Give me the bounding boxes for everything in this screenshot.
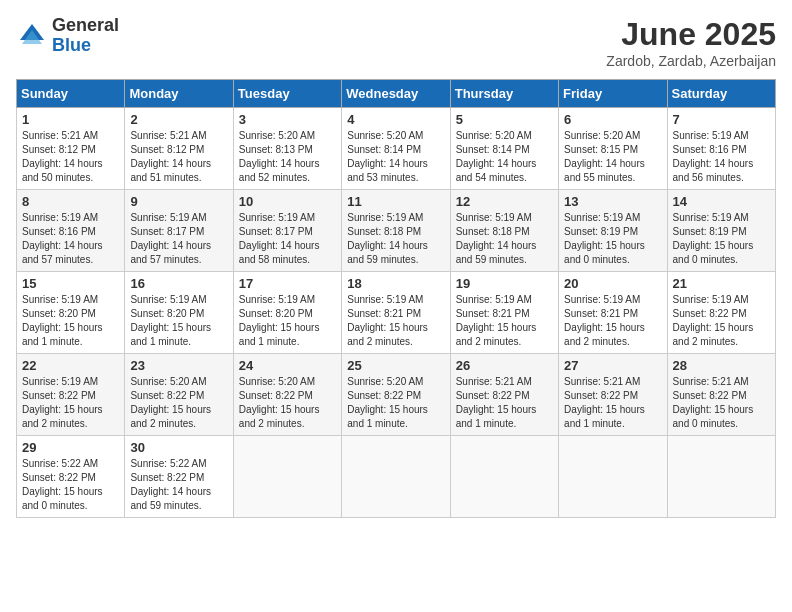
table-row: 4Sunrise: 5:20 AMSunset: 8:14 PMDaylight… bbox=[342, 108, 450, 190]
day-info: Sunrise: 5:20 AMSunset: 8:22 PMDaylight:… bbox=[239, 375, 336, 431]
calendar: Sunday Monday Tuesday Wednesday Thursday… bbox=[16, 79, 776, 518]
daylight-info: Daylight: 15 hours and 1 minute. bbox=[564, 404, 645, 429]
daylight-info: Daylight: 14 hours and 52 minutes. bbox=[239, 158, 320, 183]
sunrise-info: Sunrise: 5:19 AM bbox=[564, 294, 640, 305]
daylight-info: Daylight: 14 hours and 53 minutes. bbox=[347, 158, 428, 183]
sunset-info: Sunset: 8:22 PM bbox=[673, 308, 747, 319]
daylight-info: Daylight: 15 hours and 1 minute. bbox=[22, 322, 103, 347]
table-row: 7Sunrise: 5:19 AMSunset: 8:16 PMDaylight… bbox=[667, 108, 775, 190]
table-row bbox=[559, 436, 667, 518]
sunset-info: Sunset: 8:21 PM bbox=[564, 308, 638, 319]
sunset-info: Sunset: 8:22 PM bbox=[130, 472, 204, 483]
sunset-info: Sunset: 8:12 PM bbox=[22, 144, 96, 155]
table-row: 12Sunrise: 5:19 AMSunset: 8:18 PMDayligh… bbox=[450, 190, 558, 272]
table-row bbox=[342, 436, 450, 518]
day-number: 24 bbox=[239, 358, 336, 373]
sunset-info: Sunset: 8:22 PM bbox=[564, 390, 638, 401]
day-number: 7 bbox=[673, 112, 770, 127]
col-monday: Monday bbox=[125, 80, 233, 108]
sunrise-info: Sunrise: 5:20 AM bbox=[239, 130, 315, 141]
day-number: 17 bbox=[239, 276, 336, 291]
table-row bbox=[667, 436, 775, 518]
table-row: 14Sunrise: 5:19 AMSunset: 8:19 PMDayligh… bbox=[667, 190, 775, 272]
sunrise-info: Sunrise: 5:21 AM bbox=[673, 376, 749, 387]
day-info: Sunrise: 5:19 AMSunset: 8:21 PMDaylight:… bbox=[456, 293, 553, 349]
table-row: 20Sunrise: 5:19 AMSunset: 8:21 PMDayligh… bbox=[559, 272, 667, 354]
daylight-info: Daylight: 14 hours and 57 minutes. bbox=[22, 240, 103, 265]
table-row: 22Sunrise: 5:19 AMSunset: 8:22 PMDayligh… bbox=[17, 354, 125, 436]
day-number: 2 bbox=[130, 112, 227, 127]
sunset-info: Sunset: 8:13 PM bbox=[239, 144, 313, 155]
day-info: Sunrise: 5:20 AMSunset: 8:14 PMDaylight:… bbox=[456, 129, 553, 185]
sunrise-info: Sunrise: 5:19 AM bbox=[673, 212, 749, 223]
calendar-week-row: 15Sunrise: 5:19 AMSunset: 8:20 PMDayligh… bbox=[17, 272, 776, 354]
table-row: 23Sunrise: 5:20 AMSunset: 8:22 PMDayligh… bbox=[125, 354, 233, 436]
sunset-info: Sunset: 8:16 PM bbox=[22, 226, 96, 237]
sunrise-info: Sunrise: 5:20 AM bbox=[564, 130, 640, 141]
sunrise-info: Sunrise: 5:19 AM bbox=[564, 212, 640, 223]
sunrise-info: Sunrise: 5:21 AM bbox=[564, 376, 640, 387]
day-number: 15 bbox=[22, 276, 119, 291]
table-row bbox=[233, 436, 341, 518]
logo-blue-text: Blue bbox=[52, 36, 119, 56]
day-number: 27 bbox=[564, 358, 661, 373]
calendar-header-row: Sunday Monday Tuesday Wednesday Thursday… bbox=[17, 80, 776, 108]
day-number: 20 bbox=[564, 276, 661, 291]
sunrise-info: Sunrise: 5:19 AM bbox=[22, 294, 98, 305]
sunset-info: Sunset: 8:22 PM bbox=[347, 390, 421, 401]
sunrise-info: Sunrise: 5:19 AM bbox=[456, 212, 532, 223]
sunrise-info: Sunrise: 5:19 AM bbox=[456, 294, 532, 305]
sunset-info: Sunset: 8:12 PM bbox=[130, 144, 204, 155]
day-number: 3 bbox=[239, 112, 336, 127]
day-info: Sunrise: 5:19 AMSunset: 8:18 PMDaylight:… bbox=[456, 211, 553, 267]
table-row: 9Sunrise: 5:19 AMSunset: 8:17 PMDaylight… bbox=[125, 190, 233, 272]
daylight-info: Daylight: 14 hours and 54 minutes. bbox=[456, 158, 537, 183]
day-number: 19 bbox=[456, 276, 553, 291]
col-sunday: Sunday bbox=[17, 80, 125, 108]
day-number: 1 bbox=[22, 112, 119, 127]
day-info: Sunrise: 5:19 AMSunset: 8:20 PMDaylight:… bbox=[239, 293, 336, 349]
day-info: Sunrise: 5:19 AMSunset: 8:18 PMDaylight:… bbox=[347, 211, 444, 267]
table-row bbox=[450, 436, 558, 518]
day-info: Sunrise: 5:19 AMSunset: 8:22 PMDaylight:… bbox=[22, 375, 119, 431]
day-info: Sunrise: 5:21 AMSunset: 8:22 PMDaylight:… bbox=[456, 375, 553, 431]
day-info: Sunrise: 5:21 AMSunset: 8:22 PMDaylight:… bbox=[673, 375, 770, 431]
daylight-info: Daylight: 15 hours and 2 minutes. bbox=[673, 322, 754, 347]
sunset-info: Sunset: 8:22 PM bbox=[456, 390, 530, 401]
sunset-info: Sunset: 8:18 PM bbox=[456, 226, 530, 237]
day-number: 13 bbox=[564, 194, 661, 209]
sunset-info: Sunset: 8:20 PM bbox=[239, 308, 313, 319]
day-number: 25 bbox=[347, 358, 444, 373]
day-info: Sunrise: 5:19 AMSunset: 8:21 PMDaylight:… bbox=[347, 293, 444, 349]
table-row: 1Sunrise: 5:21 AMSunset: 8:12 PMDaylight… bbox=[17, 108, 125, 190]
sunrise-info: Sunrise: 5:19 AM bbox=[239, 294, 315, 305]
daylight-info: Daylight: 15 hours and 0 minutes. bbox=[673, 240, 754, 265]
daylight-info: Daylight: 14 hours and 59 minutes. bbox=[347, 240, 428, 265]
table-row: 2Sunrise: 5:21 AMSunset: 8:12 PMDaylight… bbox=[125, 108, 233, 190]
header: General Blue June 2025 Zardob, Zardab, A… bbox=[16, 16, 776, 69]
logo: General Blue bbox=[16, 16, 119, 56]
day-number: 26 bbox=[456, 358, 553, 373]
day-number: 16 bbox=[130, 276, 227, 291]
table-row: 24Sunrise: 5:20 AMSunset: 8:22 PMDayligh… bbox=[233, 354, 341, 436]
sunset-info: Sunset: 8:14 PM bbox=[347, 144, 421, 155]
sunset-info: Sunset: 8:21 PM bbox=[347, 308, 421, 319]
sunrise-info: Sunrise: 5:19 AM bbox=[22, 376, 98, 387]
day-info: Sunrise: 5:19 AMSunset: 8:16 PMDaylight:… bbox=[673, 129, 770, 185]
col-friday: Friday bbox=[559, 80, 667, 108]
day-number: 12 bbox=[456, 194, 553, 209]
daylight-info: Daylight: 14 hours and 57 minutes. bbox=[130, 240, 211, 265]
daylight-info: Daylight: 15 hours and 2 minutes. bbox=[564, 322, 645, 347]
sunrise-info: Sunrise: 5:20 AM bbox=[130, 376, 206, 387]
sunset-info: Sunset: 8:20 PM bbox=[22, 308, 96, 319]
daylight-info: Daylight: 15 hours and 2 minutes. bbox=[130, 404, 211, 429]
day-number: 14 bbox=[673, 194, 770, 209]
sunrise-info: Sunrise: 5:21 AM bbox=[130, 130, 206, 141]
table-row: 30Sunrise: 5:22 AMSunset: 8:22 PMDayligh… bbox=[125, 436, 233, 518]
day-info: Sunrise: 5:19 AMSunset: 8:17 PMDaylight:… bbox=[239, 211, 336, 267]
calendar-week-row: 22Sunrise: 5:19 AMSunset: 8:22 PMDayligh… bbox=[17, 354, 776, 436]
day-info: Sunrise: 5:19 AMSunset: 8:17 PMDaylight:… bbox=[130, 211, 227, 267]
col-tuesday: Tuesday bbox=[233, 80, 341, 108]
sunrise-info: Sunrise: 5:19 AM bbox=[130, 212, 206, 223]
col-saturday: Saturday bbox=[667, 80, 775, 108]
